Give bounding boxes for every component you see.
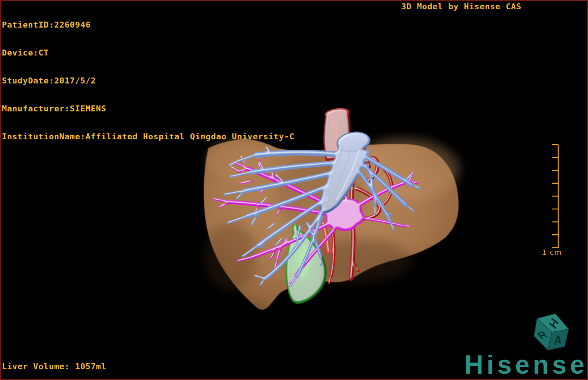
institution-line: InstitutionName:Affiliated Hospital Qing… (2, 132, 295, 141)
liver-volume-label: Liver Volume: 1057ml (2, 362, 106, 371)
hisense-brand-wordmark: Hisense (464, 352, 588, 378)
device-line: Device:CT (2, 48, 295, 57)
orientation-cube[interactable]: H R A (534, 314, 569, 350)
watermark-title: 3D Model by Hisense CAS (401, 2, 521, 11)
cube-letter-a: A (553, 332, 563, 348)
scale-bar: 1 cm (542, 145, 562, 257)
patient-id-line: PatientID:2260946 (2, 20, 295, 29)
study-date-line: StudyDate:2017/5/2 (2, 76, 295, 85)
scale-bar-label: 1 cm (542, 248, 562, 257)
manufacturer-line: Manufacturer:SIEMENS (2, 104, 295, 113)
patient-info-block: PatientID:2260946 Device:CT StudyDate:20… (2, 1, 295, 160)
cas-3d-model-window: 1 cm H R A PatientID:2260946 Device:CT S… (0, 0, 588, 380)
